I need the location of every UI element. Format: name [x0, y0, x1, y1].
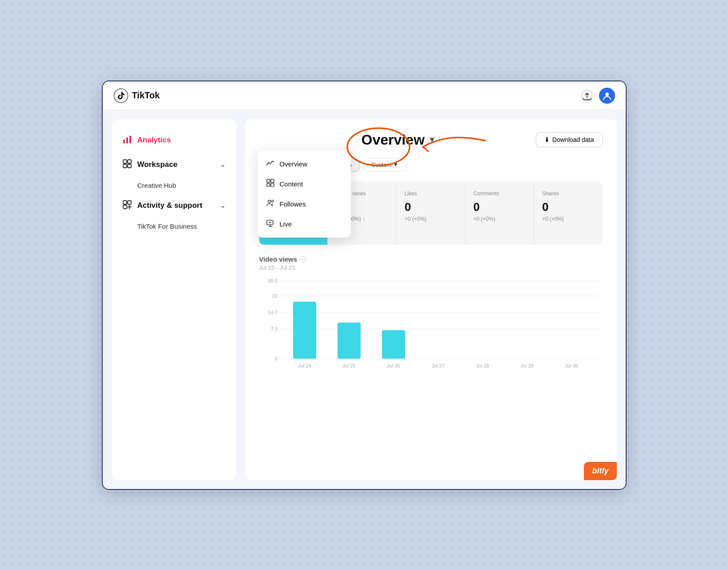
dropdown-item-content-label: Content: [280, 180, 303, 188]
main-content: Analytics Workspace ⌄: [103, 110, 626, 489]
svg-point-0: [114, 89, 128, 102]
dropdown-item-overview[interactable]: Overview: [257, 154, 351, 174]
chart-area: 30.0 22 14.7 7.3 0 Jul: [259, 276, 603, 374]
browser-header: TikTok: [103, 81, 626, 110]
svg-text:22: 22: [272, 293, 277, 299]
dropdown-item-followers[interactable]: Followes: [257, 194, 351, 214]
stat-label-shares: Shares: [542, 190, 595, 197]
download-data-button[interactable]: ⬇ Download data: [536, 132, 602, 147]
stat-label-comments: Comments: [473, 190, 526, 197]
download-icon: ⬇: [544, 136, 550, 143]
svg-text:0: 0: [274, 356, 277, 361]
svg-rect-36: [382, 330, 405, 359]
stat-label-likes: Likes: [405, 190, 457, 197]
stat-change-likes: +0 (+0%): [405, 216, 457, 222]
browser-window: TikTok: [102, 81, 627, 490]
svg-rect-10: [123, 201, 127, 204]
sidebar-item-tiktok-business[interactable]: TikTok For Business: [112, 218, 236, 234]
sidebar-item-analytics[interactable]: Analytics: [112, 128, 236, 153]
dropdown-item-live-label: Live: [280, 220, 292, 228]
bitly-badge: bitly: [584, 462, 616, 480]
content-icon: [266, 179, 274, 189]
overview-icon: [266, 159, 274, 169]
dropdown-menu: Overview Content: [257, 150, 351, 238]
download-label: Download data: [552, 136, 594, 143]
custom-chevron-icon: ▼: [393, 162, 398, 168]
filter-custom-label: Custom: [371, 162, 391, 168]
user-avatar[interactable]: [599, 88, 615, 104]
dropdown-item-live[interactable]: Live: [257, 214, 351, 234]
svg-rect-12: [123, 205, 127, 209]
workspace-chevron-icon: ⌄: [220, 161, 225, 168]
svg-point-17: [268, 200, 271, 203]
svg-text:Jul 28: Jul 28: [476, 363, 489, 368]
sidebar-item-activity-support[interactable]: Activity & support ⌄: [112, 194, 236, 218]
upload-icon-button[interactable]: [581, 90, 593, 101]
dropdown-arrow-icon: ▼: [428, 135, 436, 145]
stat-card-shares: Shares 0 +0 (+0%): [534, 182, 603, 245]
stat-value-shares: 0: [542, 200, 595, 214]
svg-rect-6: [123, 160, 127, 163]
analytics-icon: [122, 134, 132, 146]
sidebar-item-activity-label: Activity & support: [137, 201, 202, 210]
chart-title: Video views: [259, 255, 298, 263]
svg-text:Jul 25: Jul 25: [342, 363, 355, 368]
activity-chevron-icon: ⌄: [220, 202, 225, 209]
svg-rect-11: [128, 201, 131, 204]
sidebar-item-workspace-label: Workspace: [137, 160, 177, 169]
workspace-icon: [122, 159, 132, 171]
chart-title-row: Video views ⓘ: [259, 255, 603, 263]
header-icons: [581, 88, 615, 104]
chart-date-range: Jul 15 - Jul 21: [259, 264, 603, 271]
svg-rect-16: [271, 183, 274, 186]
svg-rect-4: [126, 137, 128, 143]
brand-logo: TikTok: [113, 88, 160, 103]
live-icon: [266, 219, 274, 229]
svg-text:Jul 24: Jul 24: [298, 363, 311, 368]
svg-text:Jul 26: Jul 26: [387, 363, 400, 368]
svg-text:7.3: 7.3: [270, 326, 277, 331]
svg-point-2: [605, 93, 609, 96]
sidebar-item-business-label: TikTok For Business: [137, 222, 197, 230]
svg-rect-3: [123, 140, 125, 143]
sidebar: Analytics Workspace ⌄: [112, 119, 236, 480]
dropdown-item-overview-label: Overview: [280, 160, 308, 168]
overview-title-label: Overview: [362, 132, 425, 148]
svg-marker-20: [269, 221, 271, 223]
activity-icon: [122, 200, 132, 212]
panel-header: Overview ▼ ⬇ Download data: [259, 132, 603, 148]
stat-card-comments: Comments 0 +0 (+0%): [465, 182, 534, 245]
svg-rect-7: [128, 160, 131, 163]
main-panel: Overview Content: [245, 119, 617, 480]
overview-title-button[interactable]: Overview ▼: [362, 132, 436, 148]
svg-text:Jul 27: Jul 27: [431, 363, 444, 368]
svg-text:14.7: 14.7: [268, 310, 277, 315]
svg-rect-13: [267, 179, 270, 182]
dropdown-item-content[interactable]: Content: [257, 174, 351, 194]
svg-text:30.0: 30.0: [268, 278, 277, 283]
stat-change-comments: +0 (+0%): [473, 216, 526, 222]
brand-name: TikTok: [132, 90, 160, 101]
followers-icon: [266, 199, 274, 209]
svg-rect-34: [293, 302, 316, 359]
sidebar-item-analytics-label: Analytics: [137, 136, 171, 145]
svg-rect-9: [128, 164, 131, 168]
sidebar-item-workspace[interactable]: Workspace ⌄: [112, 153, 236, 177]
stat-change-shares: +0 (+0%): [542, 216, 595, 222]
svg-rect-35: [338, 323, 361, 359]
sidebar-item-creative-hub[interactable]: Creative Hub: [112, 177, 236, 194]
filter-custom-button[interactable]: Custom ▼: [364, 158, 406, 172]
bitly-label: bitly: [592, 466, 608, 475]
svg-text:Jul 29: Jul 29: [520, 363, 533, 368]
svg-rect-8: [123, 164, 127, 168]
chart-section: Video views ⓘ Jul 15 - Jul 21 30.0 22: [259, 255, 603, 374]
stat-value-likes: 0: [405, 200, 457, 214]
chart-info-icon: ⓘ: [300, 255, 306, 263]
svg-rect-14: [271, 179, 274, 182]
dropdown-item-followers-label: Followes: [280, 200, 306, 208]
stat-value-comments: 0: [473, 200, 526, 214]
svg-rect-5: [129, 136, 131, 143]
stat-card-likes: Likes 0 +0 (+0%): [397, 182, 466, 245]
svg-point-18: [271, 200, 273, 202]
svg-rect-15: [267, 183, 270, 186]
